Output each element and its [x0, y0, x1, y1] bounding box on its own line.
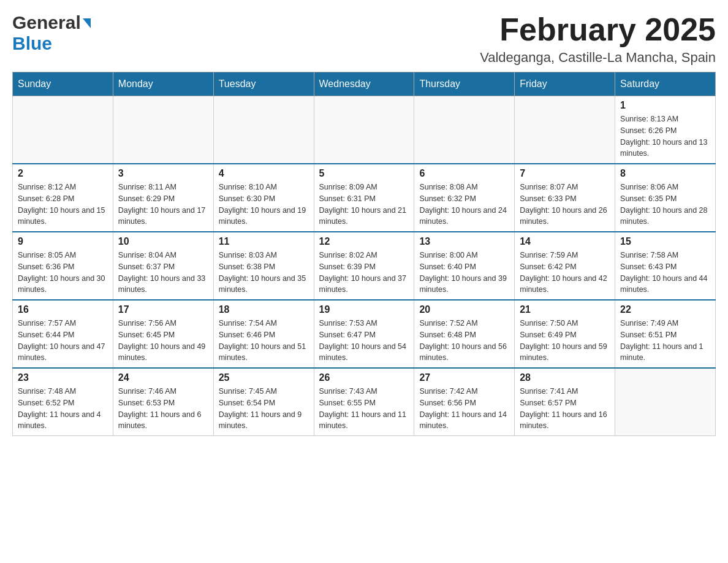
day-info: Sunrise: 7:41 AMSunset: 6:57 PMDaylight:… [520, 386, 610, 432]
calendar-day-cell: 12Sunrise: 8:02 AMSunset: 6:39 PMDayligh… [314, 232, 414, 300]
day-info: Sunrise: 8:08 AMSunset: 6:32 PMDaylight:… [419, 182, 509, 228]
calendar-day-cell: 24Sunrise: 7:46 AMSunset: 6:53 PMDayligh… [113, 368, 213, 436]
day-info: Sunrise: 7:50 AMSunset: 6:49 PMDaylight:… [520, 318, 610, 364]
day-number: 10 [118, 236, 208, 247]
calendar-week-row: 2Sunrise: 8:12 AMSunset: 6:28 PMDaylight… [13, 164, 716, 232]
calendar-day-cell: 20Sunrise: 7:52 AMSunset: 6:48 PMDayligh… [414, 300, 515, 368]
calendar-day-cell: 10Sunrise: 8:04 AMSunset: 6:37 PMDayligh… [113, 232, 213, 300]
calendar-header-row: SundayMondayTuesdayWednesdayThursdayFrid… [13, 72, 716, 96]
day-number: 3 [118, 168, 208, 179]
calendar-day-cell [13, 96, 113, 164]
calendar-subtitle: Valdeganga, Castille-La Mancha, Spain [480, 50, 716, 66]
logo-general-text: General [12, 12, 81, 33]
day-info: Sunrise: 8:03 AMSunset: 6:38 PMDaylight:… [219, 250, 309, 296]
day-info: Sunrise: 7:46 AMSunset: 6:53 PMDaylight:… [118, 386, 208, 432]
calendar-day-cell: 25Sunrise: 7:45 AMSunset: 6:54 PMDayligh… [213, 368, 314, 436]
day-number: 5 [319, 168, 409, 179]
day-number: 18 [219, 304, 309, 315]
calendar-day-cell: 11Sunrise: 8:03 AMSunset: 6:38 PMDayligh… [213, 232, 314, 300]
day-number: 27 [419, 372, 509, 383]
calendar-table: SundayMondayTuesdayWednesdayThursdayFrid… [12, 72, 716, 436]
day-number: 22 [620, 304, 710, 315]
calendar-day-cell [314, 96, 414, 164]
calendar-day-cell: 15Sunrise: 7:58 AMSunset: 6:43 PMDayligh… [615, 232, 716, 300]
calendar-day-cell: 9Sunrise: 8:05 AMSunset: 6:36 PMDaylight… [13, 232, 113, 300]
day-info: Sunrise: 7:43 AMSunset: 6:55 PMDaylight:… [319, 386, 409, 432]
day-info: Sunrise: 8:11 AMSunset: 6:29 PMDaylight:… [118, 182, 208, 228]
day-of-week-header: Sunday [13, 72, 113, 96]
calendar-day-cell: 21Sunrise: 7:50 AMSunset: 6:49 PMDayligh… [515, 300, 615, 368]
calendar-day-cell: 28Sunrise: 7:41 AMSunset: 6:57 PMDayligh… [515, 368, 615, 436]
calendar-day-cell [113, 96, 213, 164]
calendar-day-cell: 1Sunrise: 8:13 AMSunset: 6:26 PMDaylight… [615, 96, 716, 164]
calendar-week-row: 9Sunrise: 8:05 AMSunset: 6:36 PMDaylight… [13, 232, 716, 300]
day-number: 4 [219, 168, 309, 179]
day-info: Sunrise: 8:10 AMSunset: 6:30 PMDaylight:… [219, 182, 309, 228]
calendar-week-row: 1Sunrise: 8:13 AMSunset: 6:26 PMDaylight… [13, 96, 716, 164]
day-number: 2 [18, 168, 108, 179]
calendar-day-cell [615, 368, 716, 436]
day-of-week-header: Friday [515, 72, 615, 96]
day-number: 25 [219, 372, 309, 383]
calendar-day-cell: 23Sunrise: 7:48 AMSunset: 6:52 PMDayligh… [13, 368, 113, 436]
calendar-day-cell: 16Sunrise: 7:57 AMSunset: 6:44 PMDayligh… [13, 300, 113, 368]
logo: General Blue [12, 12, 91, 54]
logo-blue-text: Blue [12, 33, 91, 54]
calendar-day-cell: 19Sunrise: 7:53 AMSunset: 6:47 PMDayligh… [314, 300, 414, 368]
day-info: Sunrise: 8:13 AMSunset: 6:26 PMDaylight:… [620, 113, 710, 159]
day-info: Sunrise: 7:42 AMSunset: 6:56 PMDaylight:… [419, 386, 509, 432]
day-info: Sunrise: 7:57 AMSunset: 6:44 PMDaylight:… [18, 318, 108, 364]
day-number: 7 [520, 168, 610, 179]
day-info: Sunrise: 7:53 AMSunset: 6:47 PMDaylight:… [319, 318, 409, 364]
day-info: Sunrise: 8:02 AMSunset: 6:39 PMDaylight:… [319, 250, 409, 296]
calendar-title: February 2025 [480, 12, 716, 47]
day-number: 26 [319, 372, 409, 383]
calendar-day-cell: 7Sunrise: 8:07 AMSunset: 6:33 PMDaylight… [515, 164, 615, 232]
day-of-week-header: Wednesday [314, 72, 414, 96]
day-info: Sunrise: 8:00 AMSunset: 6:40 PMDaylight:… [419, 250, 509, 296]
day-info: Sunrise: 8:07 AMSunset: 6:33 PMDaylight:… [520, 182, 610, 228]
day-number: 15 [620, 236, 710, 247]
day-number: 28 [520, 372, 610, 383]
calendar-day-cell: 8Sunrise: 8:06 AMSunset: 6:35 PMDaylight… [615, 164, 716, 232]
logo-row1: General [12, 12, 91, 33]
calendar-day-cell: 2Sunrise: 8:12 AMSunset: 6:28 PMDaylight… [13, 164, 113, 232]
day-number: 19 [319, 304, 409, 315]
day-info: Sunrise: 7:49 AMSunset: 6:51 PMDaylight:… [620, 318, 710, 364]
day-info: Sunrise: 8:05 AMSunset: 6:36 PMDaylight:… [18, 250, 108, 296]
day-number: 17 [118, 304, 208, 315]
day-number: 20 [419, 304, 509, 315]
day-info: Sunrise: 7:52 AMSunset: 6:48 PMDaylight:… [419, 318, 509, 364]
calendar-day-cell: 4Sunrise: 8:10 AMSunset: 6:30 PMDaylight… [213, 164, 314, 232]
day-number: 12 [319, 236, 409, 247]
calendar-day-cell: 14Sunrise: 7:59 AMSunset: 6:42 PMDayligh… [515, 232, 615, 300]
day-info: Sunrise: 7:56 AMSunset: 6:45 PMDaylight:… [118, 318, 208, 364]
day-of-week-header: Tuesday [213, 72, 314, 96]
day-info: Sunrise: 7:54 AMSunset: 6:46 PMDaylight:… [219, 318, 309, 364]
calendar-day-cell: 3Sunrise: 8:11 AMSunset: 6:29 PMDaylight… [113, 164, 213, 232]
calendar-day-cell: 13Sunrise: 8:00 AMSunset: 6:40 PMDayligh… [414, 232, 515, 300]
day-number: 23 [18, 372, 108, 383]
day-info: Sunrise: 8:12 AMSunset: 6:28 PMDaylight:… [18, 182, 108, 228]
day-info: Sunrise: 7:58 AMSunset: 6:43 PMDaylight:… [620, 250, 710, 296]
calendar-week-row: 16Sunrise: 7:57 AMSunset: 6:44 PMDayligh… [13, 300, 716, 368]
day-number: 13 [419, 236, 509, 247]
logo-arrow-icon [83, 18, 91, 28]
day-info: Sunrise: 8:06 AMSunset: 6:35 PMDaylight:… [620, 182, 710, 228]
calendar-day-cell [515, 96, 615, 164]
day-of-week-header: Thursday [414, 72, 515, 96]
day-info: Sunrise: 7:45 AMSunset: 6:54 PMDaylight:… [219, 386, 309, 432]
calendar-day-cell: 27Sunrise: 7:42 AMSunset: 6:56 PMDayligh… [414, 368, 515, 436]
day-number: 16 [18, 304, 108, 315]
day-number: 6 [419, 168, 509, 179]
day-info: Sunrise: 8:04 AMSunset: 6:37 PMDaylight:… [118, 250, 208, 296]
calendar-day-cell [213, 96, 314, 164]
calendar-day-cell: 6Sunrise: 8:08 AMSunset: 6:32 PMDaylight… [414, 164, 515, 232]
day-of-week-header: Saturday [615, 72, 716, 96]
title-area: February 2025 Valdeganga, Castille-La Ma… [480, 12, 716, 66]
day-of-week-header: Monday [113, 72, 213, 96]
day-number: 11 [219, 236, 309, 247]
page-header: General Blue February 2025 Valdeganga, C… [12, 12, 716, 66]
calendar-week-row: 23Sunrise: 7:48 AMSunset: 6:52 PMDayligh… [13, 368, 716, 436]
day-info: Sunrise: 7:59 AMSunset: 6:42 PMDaylight:… [520, 250, 610, 296]
